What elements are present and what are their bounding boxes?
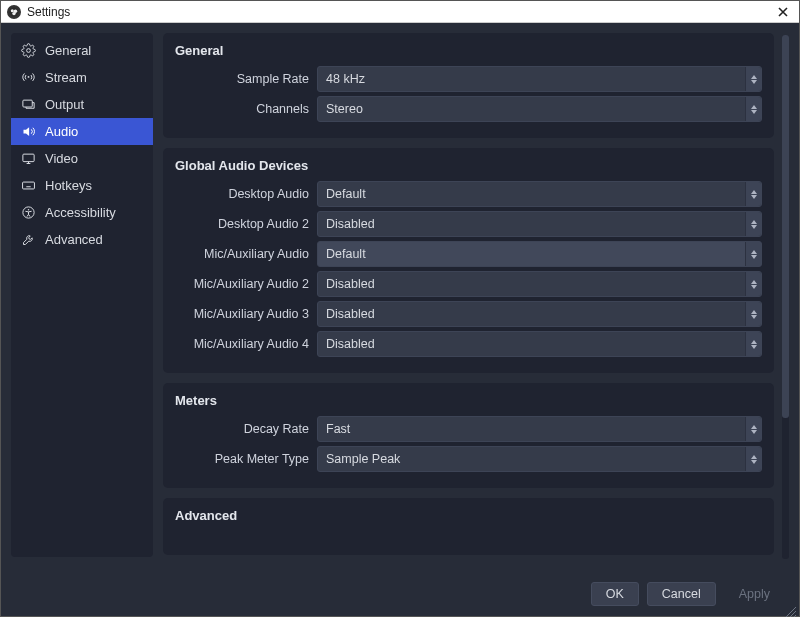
spin-buttons[interactable] — [745, 242, 761, 266]
ok-button[interactable]: OK — [591, 582, 639, 606]
select-value: Default — [326, 247, 366, 261]
spin-buttons[interactable] — [745, 302, 761, 326]
label-channels: Channels — [175, 102, 309, 116]
select-mic-aux-3[interactable]: Disabled — [317, 301, 762, 327]
sidebar-item-label: Accessibility — [45, 205, 116, 220]
sidebar-item-advanced[interactable]: Advanced — [11, 226, 153, 253]
spin-buttons[interactable] — [745, 67, 761, 91]
sidebar-item-hotkeys[interactable]: Hotkeys — [11, 172, 153, 199]
chevron-up-icon — [751, 250, 757, 254]
chevron-up-icon — [751, 425, 757, 429]
svg-rect-7 — [23, 154, 34, 162]
select-mic-aux-4[interactable]: Disabled — [317, 331, 762, 357]
svg-point-1 — [11, 9, 14, 12]
sidebar-item-output[interactable]: Output — [11, 91, 153, 118]
broadcast-icon — [21, 70, 36, 85]
chevron-down-icon — [751, 430, 757, 434]
chevron-up-icon — [751, 340, 757, 344]
spin-buttons[interactable] — [745, 97, 761, 121]
chevron-down-icon — [751, 345, 757, 349]
monitor-icon — [21, 151, 36, 166]
sidebar-item-label: Hotkeys — [45, 178, 92, 193]
select-desktop-audio-2[interactable]: Disabled — [317, 211, 762, 237]
spin-buttons[interactable] — [745, 332, 761, 356]
select-value: Disabled — [326, 307, 375, 321]
select-peak-meter-type[interactable]: Sample Peak — [317, 446, 762, 472]
select-desktop-audio[interactable]: Default — [317, 181, 762, 207]
spin-buttons[interactable] — [745, 272, 761, 296]
scrollbar-thumb[interactable] — [782, 35, 789, 418]
spin-buttons[interactable] — [745, 182, 761, 206]
svg-point-10 — [28, 209, 30, 211]
group-general: General Sample Rate 48 kHz Channels Ste — [163, 33, 774, 138]
settings-window: Settings General Stream Output — [0, 0, 800, 617]
chevron-up-icon — [751, 105, 757, 109]
label-mic-aux-2: Mic/Auxiliary Audio 2 — [175, 277, 309, 291]
chevron-down-icon — [751, 255, 757, 259]
label-desktop-audio: Desktop Audio — [175, 187, 309, 201]
sidebar-item-video[interactable]: Video — [11, 145, 153, 172]
spin-buttons[interactable] — [745, 212, 761, 236]
select-mic-aux-2[interactable]: Disabled — [317, 271, 762, 297]
titlebar: Settings — [1, 1, 799, 23]
label-decay-rate: Decay Rate — [175, 422, 309, 436]
select-value: Sample Peak — [326, 452, 400, 466]
close-icon — [778, 7, 788, 17]
accessibility-icon — [21, 205, 36, 220]
scrollbar[interactable] — [782, 35, 789, 559]
sidebar-item-label: General — [45, 43, 91, 58]
group-title: Global Audio Devices — [175, 158, 762, 173]
sidebar-item-accessibility[interactable]: Accessibility — [11, 199, 153, 226]
sidebar-item-label: Advanced — [45, 232, 103, 247]
sidebar-item-stream[interactable]: Stream — [11, 64, 153, 91]
select-mic-aux[interactable]: Default — [317, 241, 762, 267]
label-mic-aux-3: Mic/Auxiliary Audio 3 — [175, 307, 309, 321]
app-icon — [7, 5, 21, 19]
sidebar-item-label: Audio — [45, 124, 78, 139]
select-decay-rate[interactable]: Fast — [317, 416, 762, 442]
keyboard-icon — [21, 178, 36, 193]
select-value: Stereo — [326, 102, 363, 116]
group-global-audio-devices: Global Audio Devices Desktop Audio Defau… — [163, 148, 774, 373]
select-sample-rate[interactable]: 48 kHz — [317, 66, 762, 92]
label-mic-aux-4: Mic/Auxiliary Audio 4 — [175, 337, 309, 351]
gear-icon — [21, 43, 36, 58]
select-value: Default — [326, 187, 366, 201]
label-peak-meter-type: Peak Meter Type — [175, 452, 309, 466]
spin-buttons[interactable] — [745, 447, 761, 471]
resize-grip[interactable] — [786, 603, 796, 613]
sidebar: General Stream Output Audio Video — [11, 33, 153, 557]
sidebar-item-label: Output — [45, 97, 84, 112]
sidebar-item-general[interactable]: General — [11, 37, 153, 64]
select-value: 48 kHz — [326, 72, 365, 86]
group-title: Meters — [175, 393, 762, 408]
window-title: Settings — [27, 5, 70, 19]
sidebar-item-audio[interactable]: Audio — [11, 118, 153, 145]
chevron-up-icon — [751, 280, 757, 284]
cancel-button[interactable]: Cancel — [647, 582, 716, 606]
close-button[interactable] — [773, 2, 793, 22]
sidebar-item-label: Video — [45, 151, 78, 166]
svg-rect-6 — [23, 100, 32, 107]
chevron-down-icon — [751, 110, 757, 114]
label-mic-aux: Mic/Auxiliary Audio — [175, 247, 309, 261]
chevron-up-icon — [751, 75, 757, 79]
select-value: Disabled — [326, 277, 375, 291]
svg-point-4 — [27, 49, 31, 53]
chevron-up-icon — [751, 310, 757, 314]
group-advanced: Advanced — [163, 498, 774, 555]
output-icon — [21, 97, 36, 112]
select-value: Fast — [326, 422, 350, 436]
select-value: Disabled — [326, 337, 375, 351]
group-title: Advanced — [175, 508, 762, 523]
chevron-up-icon — [751, 220, 757, 224]
dialog-body: General Stream Output Audio Video — [1, 23, 799, 616]
spin-buttons[interactable] — [745, 417, 761, 441]
chevron-up-icon — [751, 190, 757, 194]
label-desktop-audio-2: Desktop Audio 2 — [175, 217, 309, 231]
svg-point-3 — [12, 11, 15, 14]
svg-rect-8 — [23, 182, 35, 189]
chevron-down-icon — [751, 195, 757, 199]
select-channels[interactable]: Stereo — [317, 96, 762, 122]
group-title: General — [175, 43, 762, 58]
